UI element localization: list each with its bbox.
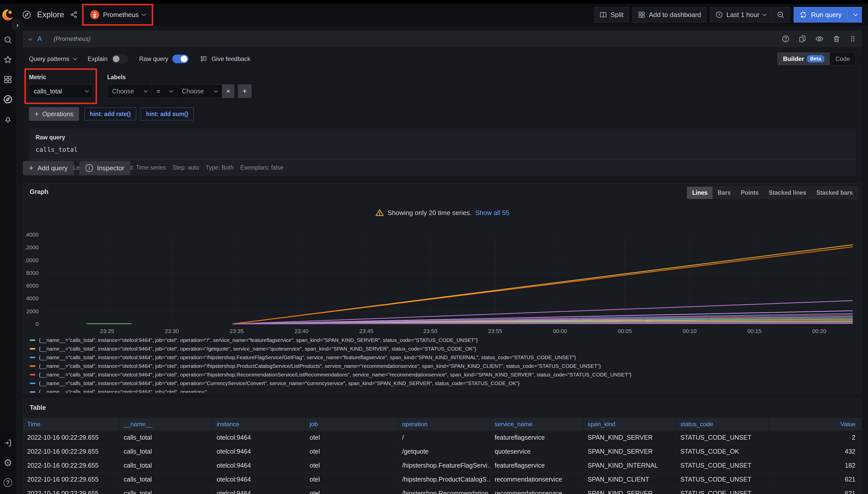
- graph-mode-lines[interactable]: Lines: [687, 187, 712, 199]
- add-operation-button[interactable]: + Operations: [29, 107, 79, 121]
- graph-mode-points[interactable]: Points: [736, 187, 763, 199]
- legend-item[interactable]: {__name__="calls_total", instance="otelc…: [30, 336, 859, 344]
- add-label-filter-button[interactable]: +: [238, 84, 252, 98]
- legend-item[interactable]: {__name__="calls_total", instance="otelc…: [30, 370, 859, 379]
- table-header-name[interactable]: __name__: [120, 418, 213, 431]
- sidebar-expand-chevron[interactable]: ›: [12, 19, 23, 31]
- table-cell: calls_total: [120, 472, 213, 487]
- code-mode-tab[interactable]: Code: [830, 53, 855, 65]
- metric-label: Metric: [29, 74, 93, 81]
- table-cell: 2022-10-16 00:22:29.655: [23, 487, 120, 494]
- help-icon[interactable]: ?: [0, 475, 16, 491]
- remove-query-trash-icon[interactable]: [832, 35, 840, 43]
- graph-mode-bars[interactable]: Bars: [712, 187, 736, 199]
- metric-select[interactable]: calls_total: [29, 84, 93, 98]
- query-patterns-dropdown[interactable]: Query patterns: [29, 55, 76, 62]
- table-header-value[interactable]: Value: [768, 418, 862, 431]
- legend-item[interactable]: {__name__="calls_total", instance="otelc…: [30, 344, 859, 353]
- time-range-caret-icon: [762, 12, 767, 16]
- page-title: Explore: [37, 10, 64, 19]
- remove-label-filter-button[interactable]: ×: [222, 84, 234, 98]
- table-header-statuscode[interactable]: status_code: [676, 418, 768, 431]
- show-all-series-link[interactable]: Show all 55: [475, 209, 509, 217]
- explore-actions: + Add query i Inspector: [23, 161, 130, 175]
- left-sidebar: ⚙ ?: [0, 3, 16, 494]
- builder-mode-tab[interactable]: Builder Beta: [778, 53, 830, 65]
- label-value-select[interactable]: Choose: [177, 84, 222, 98]
- query-editor-panel: A (Prometheus) Query patterns: [23, 31, 862, 183]
- split-button[interactable]: Split: [594, 7, 629, 23]
- label-operator-select[interactable]: =: [152, 84, 177, 98]
- share-icon[interactable]: [70, 11, 78, 19]
- table-cell: SPAN_KIND_INTERNAL: [583, 458, 676, 472]
- metric-group: Metric calls_total: [29, 74, 93, 98]
- give-feedback-link[interactable]: Give feedback: [200, 55, 250, 63]
- query-hint-button[interactable]: hint: add sum(): [141, 108, 194, 120]
- collapse-query-chevron-icon[interactable]: [28, 37, 32, 41]
- table-cell: recommendationservice: [490, 472, 583, 487]
- options-collapsed-row[interactable]: Options Legend: AutoFormat: Time seriesS…: [36, 160, 849, 176]
- legend-item[interactable]: {__name__="calls_total", instance="otelc…: [30, 362, 859, 370]
- legend-swatch-icon: [30, 391, 35, 393]
- time-series-chart[interactable]: 0200040006000800010000120001400023:2523:…: [25, 229, 860, 336]
- table-cell: calls_total: [120, 431, 213, 444]
- explain-toggle[interactable]: [111, 55, 128, 63]
- legend-item[interactable]: {__name__="calls_total", instance="otelc…: [30, 388, 859, 393]
- options-summary-item: Type: Both: [206, 164, 234, 171]
- table-header-spankind[interactable]: span_kind: [583, 418, 676, 431]
- time-range-picker[interactable]: Last 1 hour: [710, 7, 772, 23]
- table-row: 2022-10-16 00:22:29.655calls_totalotelco…: [23, 458, 862, 472]
- query-help-icon[interactable]: [782, 35, 790, 43]
- graph-legend: {__name__="calls_total", instance="otelc…: [30, 336, 859, 393]
- table-cell: otel: [305, 444, 398, 458]
- y-axis-tick-label: 12000: [25, 244, 39, 250]
- table-row: 2022-10-16 00:22:29.655calls_totalotelco…: [23, 487, 862, 494]
- table-cell: 182: [768, 458, 862, 472]
- drag-handle-icon[interactable]: [849, 35, 856, 43]
- legend-item[interactable]: {__name__="calls_total", instance="otelc…: [30, 379, 859, 388]
- duplicate-query-icon[interactable]: [798, 35, 807, 43]
- search-icon[interactable]: [0, 32, 16, 48]
- table-header-operation[interactable]: operation: [398, 418, 490, 431]
- table-cell: otel: [305, 458, 398, 472]
- settings-gear-icon[interactable]: ⚙: [0, 455, 16, 471]
- table-cell: featureflagservice: [490, 458, 583, 472]
- table-cell: calls_total: [120, 487, 213, 494]
- legend-item[interactable]: {__name__="calls_total", instance="otelc…: [30, 353, 859, 362]
- starred-icon[interactable]: [0, 52, 16, 68]
- query-hint-button[interactable]: hint: add rate(): [85, 108, 136, 120]
- run-query-caret[interactable]: [853, 12, 858, 16]
- table-cell: /hipstershop.Recommendation…: [398, 487, 490, 494]
- table-header-servicename[interactable]: service_name: [490, 418, 583, 431]
- x-axis-tick-label: 23:50: [423, 328, 437, 334]
- metric-labels-row: Metric calls_total Labels Choose =: [23, 65, 862, 98]
- query-row-header[interactable]: A (Prometheus): [23, 31, 862, 47]
- explore-compass-icon[interactable]: [0, 91, 16, 107]
- inspector-button[interactable]: i Inspector: [79, 161, 130, 175]
- datasource-caret-icon: [142, 12, 146, 16]
- table-cell: STATUS_CODE_UNSET: [676, 487, 768, 494]
- graph-mode-stacked-bars[interactable]: Stacked bars: [811, 187, 858, 199]
- graph-mode-stacked-lines[interactable]: Stacked lines: [764, 187, 811, 199]
- alerting-bell-icon[interactable]: [0, 111, 16, 127]
- legend-label: {__name__="calls_total", instance="otelc…: [39, 354, 576, 360]
- add-to-dashboard-button[interactable]: Add to dashboard: [632, 7, 706, 23]
- dashboards-icon[interactable]: [0, 72, 16, 87]
- table-header-time[interactable]: Time: [23, 418, 120, 431]
- zoom-out-time-button[interactable]: [772, 7, 790, 23]
- datasource-picker[interactable]: Prometheus: [85, 7, 151, 23]
- raw-query-toggle[interactable]: [172, 55, 188, 63]
- add-query-button[interactable]: + Add query: [23, 161, 74, 175]
- legend-label: {__name__="calls_total", instance="otelc…: [39, 372, 631, 378]
- label-key-select[interactable]: Choose: [107, 84, 152, 98]
- legend-swatch-icon: [30, 357, 35, 358]
- top-nav: Explore Prometheus Split: [16, 3, 868, 26]
- run-query-button[interactable]: Run query: [794, 7, 862, 23]
- table-header-instance[interactable]: instance: [213, 418, 305, 431]
- table-header-job[interactable]: job: [305, 418, 398, 431]
- hide-response-eye-icon[interactable]: [815, 35, 824, 43]
- explore-title-compass-icon: [22, 10, 32, 20]
- table-cell: 2022-10-16 00:22:29.655: [23, 444, 120, 458]
- table-cell: /hipstershop.ProductCatalogS…: [398, 472, 490, 487]
- sign-in-icon[interactable]: [0, 435, 16, 451]
